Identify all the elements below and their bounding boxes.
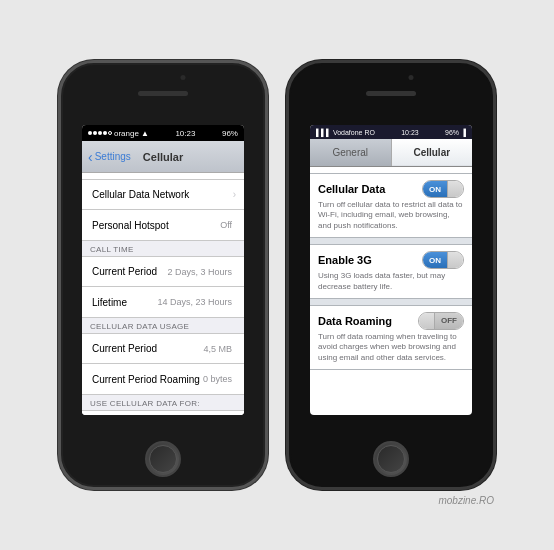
dot5 [108, 131, 112, 135]
tab-general[interactable]: General [310, 139, 392, 166]
home-button-left[interactable] [145, 441, 181, 477]
r-item-roaming: Data Roaming OFF Turn off data roaming w… [310, 306, 472, 369]
cdn-label: Cellular Data Network [92, 189, 233, 200]
roaming-label: Current Period Roaming [92, 374, 203, 385]
status-right-right: 96% ▐ [445, 129, 466, 136]
r-item-row-roaming: Data Roaming OFF [318, 312, 464, 330]
lifetime-label: Lifetime [92, 297, 157, 308]
right-content: Cellular Data ON Turn off cellular data … [310, 173, 472, 370]
r-desc-roaming: Turn off data roaming when traveling to … [318, 332, 464, 363]
back-label-left: Settings [95, 151, 131, 162]
phone-right: ▌▌▌ Vodafone RO 10:23 96% ▐ General Cell… [286, 60, 496, 490]
toggle-on-label-cd: ON [423, 181, 447, 197]
watermark: mobzine.RO [438, 495, 494, 506]
dot1 [88, 131, 92, 135]
signal-dots [88, 131, 112, 135]
status-left-right: ▌▌▌ Vodafone RO [316, 129, 375, 136]
list-item-current-period: Current Period 2 Days, 3 Hours [82, 257, 244, 287]
list-item-period-data: Current Period 4,5 MB [82, 334, 244, 364]
r-item-row-3g: Enable 3G ON [318, 251, 464, 269]
phone-left: orange ▲ 10:23 96% ‹ Settings Cellular [58, 60, 268, 490]
home-button-right[interactable] [373, 441, 409, 477]
carrier-left: orange [114, 129, 139, 138]
toggle-off-label-roaming: OFF [435, 313, 463, 329]
home-btn-inner-right [377, 445, 405, 473]
signal-right: ▌▌▌ [316, 129, 331, 136]
hotspot-label: Personal Hotspot [92, 220, 220, 231]
nav-title-left: Cellular [143, 151, 183, 163]
hotspot-value: Off [220, 220, 232, 230]
r-label-cd: Cellular Data [318, 183, 385, 195]
call-time-header: CALL TIME [82, 241, 244, 256]
status-bar-left: orange ▲ 10:23 96% [82, 125, 244, 141]
list-item-hotspot[interactable]: Personal Hotspot Off [82, 210, 244, 240]
time-right: 10:23 [401, 129, 419, 136]
period-data-label: Current Period [92, 343, 203, 354]
r-desc-3g: Using 3G loads data faster, but may decr… [318, 271, 464, 292]
carrier-right: Vodafone RO [333, 129, 375, 136]
home-btn-inner-left [149, 445, 177, 473]
status-bar-right: ▌▌▌ Vodafone RO 10:23 96% ▐ [310, 125, 472, 139]
dot4 [103, 131, 107, 135]
list-item-roaming: Current Period Roaming 0 bytes [82, 364, 244, 394]
toggle-knob-3g [447, 252, 463, 268]
status-right-left: 96% [222, 129, 238, 138]
screen-right: ▌▌▌ Vodafone RO 10:23 96% ▐ General Cell… [310, 125, 472, 415]
r-item-row-cd: Cellular Data ON [318, 180, 464, 198]
list-group-apps: f Facebook 2,2 MB [82, 410, 244, 415]
list-group-calltime: Current Period 2 Days, 3 Hours Lifetime … [82, 256, 244, 318]
r-group-roaming: Data Roaming OFF Turn off data roaming w… [310, 305, 472, 370]
r-group-cellular-data: Cellular Data ON Turn off cellular data … [310, 173, 472, 238]
dot3 [98, 131, 102, 135]
back-arrow-left: ‹ [88, 149, 93, 165]
list-item-facebook[interactable]: f Facebook 2,2 MB [82, 411, 244, 415]
wifi-icon: ▲ [141, 129, 149, 138]
screen-left: orange ▲ 10:23 96% ‹ Settings Cellular [82, 125, 244, 415]
tab-nav-right: General Cellular [310, 139, 472, 167]
r-desc-cd: Turn off cellular data to restrict all d… [318, 200, 464, 231]
r-label-roaming: Data Roaming [318, 315, 392, 327]
data-usage-header: CELLULAR DATA USAGE [82, 318, 244, 333]
nav-bar-left: ‹ Settings Cellular [82, 141, 244, 173]
toggle-3g[interactable]: ON [422, 251, 464, 269]
speaker-right [366, 91, 416, 96]
main-wrapper: orange ▲ 10:23 96% ‹ Settings Cellular [38, 42, 516, 508]
camera-right [409, 75, 414, 80]
toggle-on-label-3g: ON [423, 252, 447, 268]
period-data-value: 4,5 MB [203, 344, 232, 354]
r-item-3g: Enable 3G ON Using 3G loads data faster,… [310, 245, 472, 298]
r-item-cellular-data: Cellular Data ON Turn off cellular data … [310, 174, 472, 237]
list-group-datausage: Current Period 4,5 MB Current Period Roa… [82, 333, 244, 395]
battery-icon-right: ▐ [461, 129, 466, 136]
r-label-3g: Enable 3G [318, 254, 372, 266]
time-left: 10:23 [175, 129, 195, 138]
current-period-label: Current Period [92, 266, 167, 277]
dot2 [93, 131, 97, 135]
toggle-roaming[interactable]: OFF [418, 312, 464, 330]
current-period-value: 2 Days, 3 Hours [167, 267, 232, 277]
list-group-top-left: Cellular Data Network › Personal Hotspot… [82, 179, 244, 241]
toggle-knob-cd [447, 181, 463, 197]
list-item-lifetime: Lifetime 14 Days, 23 Hours [82, 287, 244, 317]
roaming-value: 0 bytes [203, 374, 232, 384]
back-button-left[interactable]: ‹ Settings [88, 149, 131, 165]
battery-right: 96% [445, 129, 459, 136]
tab-cellular[interactable]: Cellular [392, 139, 473, 166]
camera-left [181, 75, 186, 80]
list-item-cdn[interactable]: Cellular Data Network › [82, 180, 244, 210]
use-data-header: USE CELLULAR DATA FOR: [82, 395, 244, 410]
speaker-left [138, 91, 188, 96]
battery-percent-left: 96% [222, 129, 238, 138]
section-top-left: Cellular Data Network › Personal Hotspot… [82, 179, 244, 415]
toggle-knob-left-roaming [419, 313, 435, 329]
lifetime-value: 14 Days, 23 Hours [157, 297, 232, 307]
toggle-cellular-data[interactable]: ON [422, 180, 464, 198]
cdn-chevron: › [233, 189, 236, 200]
r-group-3g: Enable 3G ON Using 3G loads data faster,… [310, 244, 472, 299]
status-left-left: orange ▲ [88, 129, 149, 138]
